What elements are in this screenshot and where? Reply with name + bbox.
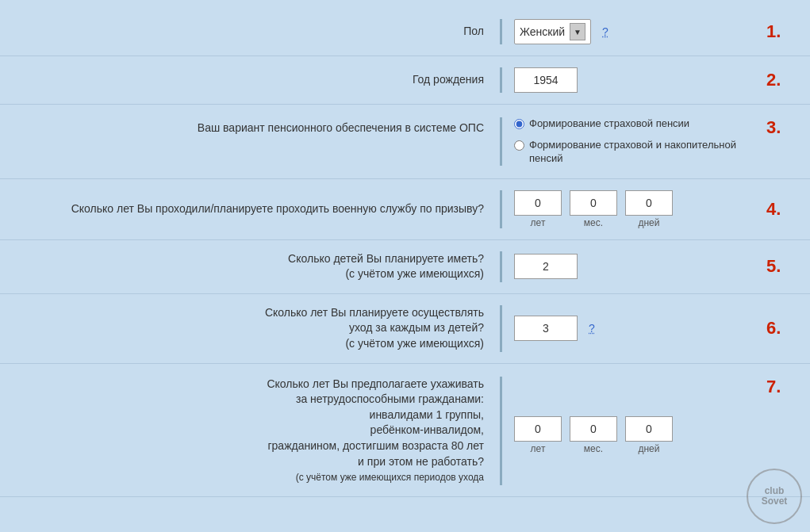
- watermark-text: clubSovet: [762, 486, 788, 507]
- controls-children-count: [514, 254, 758, 279]
- military-triple-group: лет мес. дней: [514, 190, 673, 228]
- row-number-6: 6.: [766, 318, 794, 339]
- military-days-label: дней: [638, 217, 659, 228]
- label-gender: Пол: [16, 24, 500, 40]
- childcare-help-link[interactable]: ?: [589, 322, 595, 335]
- pension-radio-1-label: Формирование страховой пенсии: [529, 117, 689, 131]
- divider-pension-type: [500, 117, 502, 166]
- row-disability-care: Сколько лет Вы предполагаете ухаживатьза…: [0, 364, 810, 497]
- label-military: Сколько лет Вы проходили/планируете прох…: [16, 201, 500, 217]
- controls-military: лет мес. дней: [514, 190, 758, 228]
- disability-months-label: мес.: [584, 443, 603, 454]
- label-disability-care: Сколько лет Вы предполагаете ухаживатьза…: [16, 377, 500, 485]
- disability-days-input[interactable]: [625, 416, 673, 442]
- divider-military: [500, 190, 502, 228]
- military-days-input[interactable]: [625, 190, 673, 216]
- military-months-label: мес.: [584, 217, 603, 228]
- pension-radio-2-label: Формирование страховой и накопительной п…: [529, 139, 758, 166]
- military-years-input[interactable]: [514, 190, 562, 216]
- disability-days-label: дней: [638, 443, 659, 454]
- controls-gender: Женский ▼ ?: [514, 19, 758, 44]
- birth-year-input[interactable]: [514, 67, 578, 93]
- row-military: Сколько лет Вы проходили/планируете прох…: [0, 179, 810, 240]
- row-number-1: 1.: [766, 21, 794, 42]
- row-number-2: 2.: [766, 70, 794, 90]
- gender-select-wrapper[interactable]: Женский ▼: [514, 19, 591, 44]
- controls-childcare: ?: [514, 316, 758, 341]
- gender-dropdown-arrow[interactable]: ▼: [570, 23, 585, 40]
- children-count-input[interactable]: [514, 254, 578, 279]
- disability-years-label: лет: [531, 443, 546, 454]
- divider-gender: [500, 19, 502, 44]
- gender-select-text: Женский: [520, 25, 565, 38]
- disability-years-item: лет: [514, 416, 562, 454]
- pension-option-2[interactable]: Формирование страховой и накопительной п…: [514, 139, 758, 166]
- divider-disability-care: [500, 377, 502, 485]
- label-childcare: Сколько лет Вы планируете осуществлятьух…: [16, 305, 500, 352]
- row-pension-type: Ваш вариант пенсионного обеспечения в си…: [0, 105, 810, 179]
- row-number-4: 4.: [766, 199, 794, 220]
- pension-radio-1[interactable]: [514, 119, 524, 129]
- row-childcare: Сколько лет Вы планируете осуществлятьух…: [0, 294, 810, 364]
- label-birth-year: Год рождения: [16, 72, 500, 88]
- disability-years-input[interactable]: [514, 416, 562, 442]
- gender-help-link[interactable]: ?: [602, 25, 608, 38]
- military-months-input[interactable]: [570, 190, 617, 216]
- disability-days-item: дней: [625, 416, 673, 454]
- row-gender: Пол Женский ▼ ? 1.: [0, 8, 810, 56]
- disability-months-input[interactable]: [570, 416, 617, 442]
- military-days-item: дней: [625, 190, 673, 228]
- controls-disability-care: лет мес. дней: [514, 377, 758, 454]
- pension-option-1[interactable]: Формирование страховой пенсии: [514, 117, 758, 131]
- disability-months-item: мес.: [570, 416, 617, 454]
- disability-triple-group: лет мес. дней: [514, 416, 673, 454]
- divider-childcare: [500, 305, 502, 352]
- main-container: Пол Женский ▼ ? 1. Год рождения 2. Ваш в…: [0, 0, 810, 532]
- label-children-count: Сколько детей Вы планируете иметь?(с учё…: [16, 251, 500, 282]
- pension-radio-2[interactable]: [514, 140, 524, 151]
- military-years-item: лет: [514, 190, 562, 228]
- military-months-item: мес.: [570, 190, 617, 228]
- row-number-3: 3.: [766, 117, 794, 138]
- row-birth-year: Год рождения 2.: [0, 56, 810, 105]
- row-children-count: Сколько детей Вы планируете иметь?(с учё…: [0, 240, 810, 294]
- divider-children-count: [500, 251, 502, 282]
- row-number-7: 7.: [766, 377, 794, 397]
- label-pension-type: Ваш вариант пенсионного обеспечения в си…: [16, 117, 500, 136]
- row-number-5: 5.: [766, 256, 794, 277]
- watermark: clubSovet: [747, 469, 802, 524]
- childcare-years-input[interactable]: [514, 316, 578, 341]
- military-years-label: лет: [531, 217, 546, 228]
- controls-pension-type: Формирование страховой пенсии Формирован…: [514, 117, 758, 166]
- divider-birth-year: [500, 67, 502, 93]
- pension-radio-group: Формирование страховой пенсии Формирован…: [514, 117, 758, 166]
- controls-birth-year: [514, 67, 758, 93]
